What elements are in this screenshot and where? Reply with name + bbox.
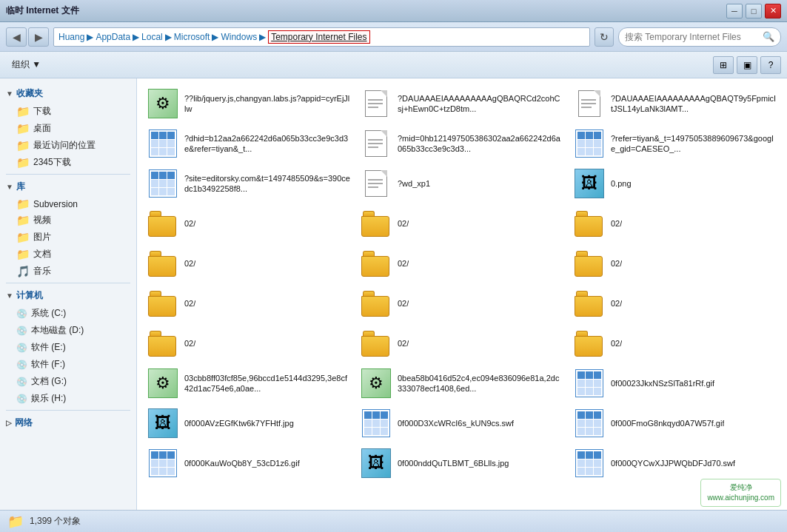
back-button[interactable]: ◀ — [6, 27, 27, 47]
file-name-19: 02/ — [398, 338, 409, 349]
sidebar-item-c[interactable]: 💿 系统 (C:) — [0, 305, 136, 322]
computer-header[interactable]: ▼ 计算机 — [0, 286, 136, 305]
file-item[interactable]: 02/ — [569, 204, 781, 243]
file-item[interactable]: 02/ — [356, 204, 568, 243]
network-header[interactable]: ▷ 网络 — [0, 414, 136, 432]
sidebar-item-2345[interactable]: 📁 2345下载 — [0, 154, 136, 171]
file-thumb-13 — [361, 248, 392, 279]
file-item[interactable]: 0f000KauWoQb8Y_53cD1z6.gif — [143, 444, 355, 482]
file-item[interactable]: 02/ — [143, 284, 355, 323]
file-item[interactable]: 02/ — [569, 244, 781, 283]
minimize-button[interactable]: ─ — [726, 4, 743, 18]
file-item[interactable]: ?mid=0hb121497505386302aa2a662242d6a065b… — [356, 124, 568, 163]
file-item[interactable]: ?DAUAAAEIAAAAAAAAAgQBAQRCd2cohCsj+hEwn0C… — [356, 84, 568, 123]
sidebar-item-e[interactable]: 💿 软件 (E:) — [0, 339, 136, 356]
sidebar-item-f[interactable]: 💿 软件 (F:) — [0, 356, 136, 373]
file-item[interactable]: 02/ — [356, 244, 568, 283]
breadcrumb-microsoft[interactable]: Microsoft — [174, 32, 210, 42]
status-count: 1,399 个对象 — [30, 515, 81, 528]
close-button[interactable]: ✕ — [765, 4, 781, 18]
file-item[interactable]: 0f000FmoG8nkqyd0A7W57f.gif — [569, 404, 781, 442]
file-name-25: 0f000D3XcWRcI6s_kUN9cs.swf — [398, 418, 514, 428]
file-thumb-16 — [361, 288, 392, 319]
file-thumb-17 — [574, 288, 605, 319]
sidebar-item-subversion[interactable]: 📁 Subversion — [0, 196, 136, 212]
file-item[interactable]: 02/ — [143, 244, 355, 283]
file-item[interactable]: 🖼 0f000nddQuTLBMT_6BLlls.jpg — [356, 444, 568, 482]
file-item[interactable]: 0f000D3XcWRcI6s_kUN9cs.swf — [356, 404, 568, 442]
file-item[interactable]: 02/ — [143, 204, 355, 243]
file-item[interactable]: 0f000QYCwXJJPWQbDFJd70.swf — [569, 444, 781, 482]
file-thumb-20 — [574, 328, 605, 359]
search-input[interactable] — [625, 32, 760, 42]
library-header[interactable]: ▼ 库 — [0, 178, 136, 196]
file-item[interactable]: ?dhid=b12aa2a662242d6a065b33cc3e9c3d3e&r… — [143, 124, 355, 163]
file-item[interactable]: 02/ — [569, 324, 781, 363]
file-name-13: 02/ — [398, 258, 409, 269]
refresh-button[interactable]: ↻ — [595, 27, 614, 47]
file-item[interactable]: ⚙ ??lib/jquery.js,changyan.labs.js?appid… — [143, 84, 355, 123]
breadcrumb-appdata[interactable]: AppData — [96, 32, 130, 42]
view-toggle-button[interactable]: ⊞ — [713, 56, 734, 74]
file-item[interactable]: 02/ — [569, 284, 781, 323]
file-name-11: 02/ — [611, 218, 622, 229]
subversion-icon: 📁 — [16, 198, 30, 209]
documents-icon: 📁 — [16, 249, 30, 260]
sidebar-item-h[interactable]: 💿 娱乐 (H:) — [0, 390, 136, 407]
file-name-28: 0f000nddQuTLBMT_6BLlls.jpg — [398, 458, 509, 468]
file-item[interactable]: ?wd_xp1 — [356, 164, 568, 203]
file-name-5: ?refer=tiyan&_t=14975053889609673&google… — [611, 133, 777, 155]
sidebar-item-documents[interactable]: 📁 文档 — [0, 246, 136, 263]
file-item[interactable]: 🖼 0f000AVzEGfKtw6k7YFHtf.jpg — [143, 404, 355, 442]
view-pane-button[interactable]: ▣ — [737, 56, 757, 74]
breadcrumb-huang[interactable]: Huang — [58, 32, 84, 42]
sidebar-item-desktop[interactable]: 📁 桌面 — [0, 120, 136, 137]
sidebar-section-network: ▷ 网络 — [0, 414, 136, 432]
file-name-20: 02/ — [611, 338, 622, 349]
sep5: ▶ — [259, 32, 266, 42]
favorites-header[interactable]: ▼ 收藏夹 — [0, 84, 136, 103]
file-item[interactable]: 02/ — [356, 324, 568, 363]
file-thumb-21: ⚙ — [147, 368, 178, 399]
sidebar-item-recent[interactable]: 📁 最近访问的位置 — [0, 137, 136, 154]
sidebar-item-g[interactable]: 💿 文档 (G:) — [0, 373, 136, 390]
sidebar-item-d[interactable]: 💿 本地磁盘 (D:) — [0, 322, 136, 339]
breadcrumb-current[interactable]: Temporary Internet Files — [268, 30, 369, 44]
toolbar: 组织 ▼ ⊞ ▣ ? — [0, 52, 787, 78]
file-thumb-14 — [574, 248, 605, 279]
maximize-button[interactable]: □ — [746, 4, 762, 18]
d-icon: 💿 — [16, 326, 27, 336]
forward-button[interactable]: ▶ — [28, 27, 49, 47]
watermark: 爱纯净 www.aichunjing.com — [700, 479, 781, 507]
subversion-label: Subversion — [33, 199, 78, 209]
sidebar-item-pictures[interactable]: 📁 图片 — [0, 229, 136, 246]
file-thumb-18 — [147, 328, 178, 359]
file-item[interactable]: ?site=editorsky.com&t=1497485509&s=390ce… — [143, 164, 355, 203]
download-label: 下载 — [33, 105, 51, 118]
file-item[interactable]: 0f00023JkxNSzSlTa81rRf.gif — [569, 364, 781, 403]
breadcrumb-bar[interactable]: Huang ▶ AppData ▶ Local ▶ Microsoft ▶ Wi… — [53, 27, 590, 47]
file-item[interactable]: ?refer=tiyan&_t=14975053889609673&google… — [569, 124, 781, 163]
file-thumb-6 — [147, 168, 178, 199]
file-item[interactable]: 02/ — [143, 324, 355, 363]
file-item[interactable]: ?DAUAAAEIAAAAAAAAAgQBAQT9y5FpmicItJSL14y… — [569, 84, 781, 123]
documents-label: 文档 — [33, 248, 51, 260]
sidebar-item-music[interactable]: 🎵 音乐 — [0, 263, 136, 280]
divider-1 — [6, 174, 130, 175]
sidebar-item-download[interactable]: 📁 下载 — [0, 103, 136, 120]
file-thumb-2 — [574, 88, 605, 119]
file-name-21: 03cbb8ff03fcf85e,96bccd1e5144d3295,3e8cf… — [184, 373, 350, 394]
file-item[interactable]: 02/ — [356, 284, 568, 323]
file-item[interactable]: 🖼 0.png — [569, 164, 781, 203]
organize-button[interactable]: 组织 ▼ — [6, 55, 47, 74]
breadcrumb-local[interactable]: Local — [141, 32, 163, 42]
file-name-23: 0f00023JkxNSzSlTa81rRf.gif — [611, 378, 714, 388]
help-button[interactable]: ? — [760, 56, 781, 74]
file-thumb-26 — [574, 408, 605, 439]
file-item[interactable]: ⚙ 03cbb8ff03fcf85e,96bccd1e5144d3295,3e8… — [143, 364, 355, 403]
sidebar-item-video[interactable]: 📁 视频 — [0, 212, 136, 229]
watermark-line2: www.aichunjing.com — [707, 493, 774, 503]
file-item[interactable]: ⚙ 0bea58b0416d52c4,ec094e836096e81a,2dc3… — [356, 364, 568, 403]
breadcrumb-windows[interactable]: Windows — [221, 32, 257, 42]
g-label: 文档 (G:) — [31, 375, 67, 388]
